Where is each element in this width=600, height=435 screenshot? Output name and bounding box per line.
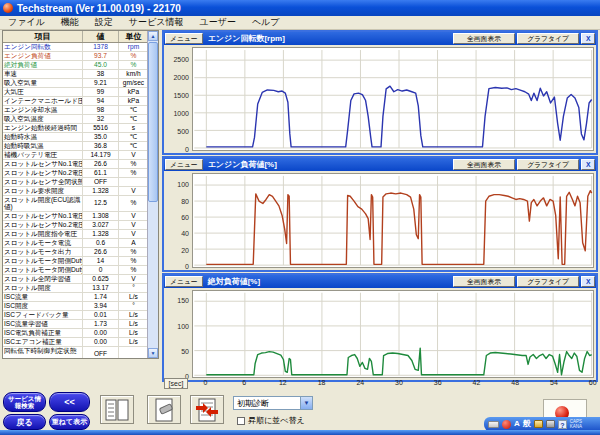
- table-row[interactable]: ISCエアコン補正量0.00L/s: [3, 338, 148, 347]
- graph-type-button[interactable]: グラフタイプ: [517, 33, 579, 44]
- menu-item-3[interactable]: サービス情報: [121, 16, 192, 29]
- service-info-search-button[interactable]: サービス情報検索: [3, 392, 46, 412]
- table-row[interactable]: スロットルモータ電流0.6A: [3, 239, 148, 248]
- chart-menu-button[interactable]: メニュー: [165, 33, 203, 44]
- table-row[interactable]: スロットル全閉学習値0.625V: [3, 275, 148, 284]
- close-icon[interactable]: X: [581, 159, 595, 170]
- table-row[interactable]: スロットル要求開度1.328V: [3, 187, 148, 196]
- chart-titlebar[interactable]: メニュー絶対負荷値[%]全画面表示グラフタイプX: [164, 275, 596, 288]
- table-row[interactable]: エンジン冷却水温98℃: [3, 106, 148, 115]
- pid-unit: %: [119, 196, 148, 211]
- collapse-button[interactable]: <<: [49, 392, 90, 412]
- ime-help-icon[interactable]: ?: [558, 420, 567, 429]
- menu-item-1[interactable]: 機能: [53, 16, 87, 29]
- ime-dictionary-icon[interactable]: [534, 420, 543, 428]
- scrollbar-thumb[interactable]: [148, 42, 158, 202]
- x-tick-label: 54: [550, 379, 558, 386]
- close-icon[interactable]: X: [581, 33, 595, 44]
- table-row[interactable]: スロットル開度13.17°: [3, 284, 148, 293]
- table-row[interactable]: 吸入空気温度32℃: [3, 115, 148, 124]
- menu-item-5[interactable]: ヘルプ: [244, 16, 288, 29]
- chart-titlebar[interactable]: メニューエンジン回転数[rpm]全画面表示グラフタイプX: [164, 32, 596, 45]
- close-icon[interactable]: X: [581, 276, 595, 287]
- table-row[interactable]: エンジン負荷値93.7%: [3, 52, 148, 61]
- table-row[interactable]: 吸入空気量9.21gm/sec: [3, 79, 148, 88]
- pid-unit: rpm: [119, 43, 148, 51]
- title-bar[interactable]: Techstream (Ver 11.00.019) - 22170: [0, 0, 600, 16]
- pid-name: エンジン始動後経過時間: [3, 124, 83, 132]
- graph-type-button[interactable]: グラフタイプ: [517, 276, 579, 287]
- pid-name: スロットルセンサNo.2電圧: [3, 221, 83, 229]
- pid-name: ISCエアコン補正量: [3, 338, 83, 346]
- ime-status-icon[interactable]: [502, 420, 511, 429]
- chart-titlebar[interactable]: メニューエンジン負荷値[%]全画面表示グラフタイプX: [164, 158, 596, 171]
- back-button[interactable]: 戻る: [3, 414, 46, 430]
- chart-panel-0: メニューエンジン回転数[rpm]全画面表示グラフタイプX050010001500…: [162, 30, 598, 155]
- pid-value: 36.8: [83, 142, 119, 150]
- pid-unit: kPa: [119, 97, 148, 105]
- table-row[interactable]: スロットルモータ閉側Duty比0%: [3, 266, 148, 275]
- table-row[interactable]: スロットルセンサNo.2電圧比61.1%: [3, 169, 148, 178]
- sort-ascending-option[interactable]: 昇順に並べ替え: [237, 415, 305, 426]
- scroll-down-icon[interactable]: ▼: [148, 348, 158, 358]
- table-row[interactable]: エンジン回転数1378rpm: [3, 43, 148, 52]
- chart-menu-button[interactable]: メニュー: [165, 276, 203, 287]
- diagnosis-mode-dropdown[interactable]: 初期診断 ▼: [233, 396, 313, 410]
- fullscreen-button[interactable]: 全画面表示: [453, 159, 515, 170]
- graph-type-button[interactable]: グラフタイプ: [517, 159, 579, 170]
- table-row[interactable]: スロットルモータ出力26.6%: [3, 248, 148, 257]
- table-row[interactable]: 絶対負荷値45.0%: [3, 61, 148, 70]
- table-row[interactable]: スロットルセンサNo.2電圧3.027V: [3, 221, 148, 230]
- table-row[interactable]: インテークマニホールド圧94kPa: [3, 97, 148, 106]
- ime-language-bar[interactable]: A 般 ? CAPS KANA: [484, 417, 600, 431]
- table-row[interactable]: ISC開度3.94°: [3, 302, 148, 311]
- table-row[interactable]: ISCフィードバック量0.01L/s: [3, 311, 148, 320]
- table-row[interactable]: ISC流量学習値1.73L/s: [3, 320, 148, 329]
- pid-value: 14: [83, 257, 119, 265]
- table-row[interactable]: 始動時吸気温36.8℃: [3, 142, 148, 151]
- pid-unit: s: [119, 124, 148, 132]
- pid-name: スロットルモータ閉側Duty比: [3, 266, 83, 274]
- table-row[interactable]: スロットル開度指令電圧1.328V: [3, 230, 148, 239]
- plot-area: [192, 290, 594, 378]
- table-row[interactable]: スロットルモータ開側Duty比14%: [3, 257, 148, 266]
- pid-unit: L/s: [119, 293, 148, 301]
- table-row[interactable]: スロットルセンサ全閉状態OFF: [3, 178, 148, 187]
- table-row[interactable]: 始動時水温35.0℃: [3, 133, 148, 142]
- overlay-display-button[interactable]: 重ねて表示: [49, 414, 90, 430]
- pid-name: 回転低下時制御判定状態: [3, 347, 83, 359]
- chart-menu-button[interactable]: メニュー: [165, 159, 203, 170]
- menu-item-0[interactable]: ファイル: [0, 16, 53, 29]
- pid-value: 9.21: [83, 79, 119, 87]
- table-row[interactable]: 補機バッテリ電圧14.179V: [3, 151, 148, 160]
- keyboard-icon[interactable]: [488, 421, 499, 428]
- table-scrollbar[interactable]: ▲ ▼: [147, 31, 158, 358]
- table-row[interactable]: 回転低下時制御判定状態OFF: [3, 347, 148, 359]
- snapshot-record-button[interactable]: [190, 395, 224, 424]
- menu-item-4[interactable]: ユーザー: [191, 16, 243, 29]
- table-row[interactable]: スロットルセンサNo.1電圧1.308V: [3, 212, 148, 221]
- pid-unit: %: [119, 169, 148, 177]
- ime-tools-icon[interactable]: [546, 420, 555, 428]
- table-header-row: 項目 値 単位: [3, 31, 148, 43]
- fullscreen-button[interactable]: 全画面表示: [453, 276, 515, 287]
- table-row[interactable]: スロットル開度(ECU認識値)12.5%: [3, 196, 148, 212]
- menu-item-2[interactable]: 設定: [87, 16, 121, 29]
- table-row[interactable]: ISC電気負荷補正量0.00L/s: [3, 329, 148, 338]
- table-row[interactable]: エンジン始動後経過時間5516s: [3, 124, 148, 133]
- pid-unit: V: [119, 275, 148, 283]
- table-row[interactable]: 車速38km/h: [3, 70, 148, 79]
- table-row[interactable]: 大気圧99kPa: [3, 88, 148, 97]
- chevron-down-icon[interactable]: ▼: [300, 397, 312, 409]
- ime-input-mode-button[interactable]: A: [514, 418, 520, 430]
- list-display-button[interactable]: [100, 395, 134, 424]
- scroll-up-icon[interactable]: ▲: [148, 31, 158, 41]
- ime-conversion-mode-button[interactable]: 般: [523, 418, 531, 430]
- sort-ascending-checkbox[interactable]: [237, 417, 245, 425]
- fullscreen-button[interactable]: 全画面表示: [453, 33, 515, 44]
- pid-name: ISC電気負荷補正量: [3, 329, 83, 337]
- table-row[interactable]: ISC流量1.74L/s: [3, 293, 148, 302]
- pid-value: 94: [83, 97, 119, 105]
- data-clear-button[interactable]: [147, 395, 181, 424]
- table-row[interactable]: スロットルセンサNo.1電圧比26.6%: [3, 160, 148, 169]
